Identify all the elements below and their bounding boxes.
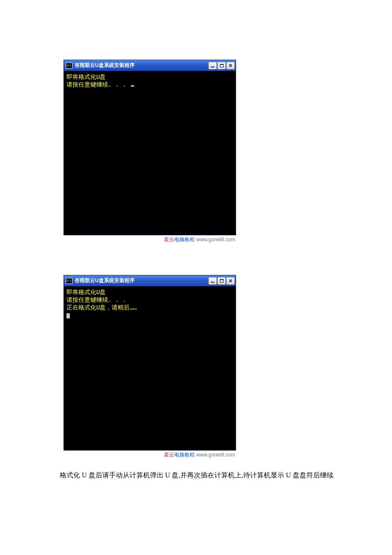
watermark-brand: 电脑教程 — [174, 452, 195, 458]
cursor-icon — [66, 313, 70, 318]
window-title: 杏雨梨云U盘系统安装程序 — [75, 62, 208, 69]
maximize-button[interactable] — [217, 277, 226, 285]
watermark-brand: 电脑教程 — [174, 237, 195, 243]
console-line: 即将格式化U盘 — [66, 288, 233, 296]
close-button[interactable]: ✕ — [226, 277, 235, 285]
watermark: 星云电脑教程 www.gonet8.com — [63, 451, 236, 459]
document-page: C:\ 杏雨梨云U盘系统安装程序 ✕ 即将格式化U盘 请按任意键继续. . . … — [0, 0, 392, 498]
title-bar: C:\ 杏雨梨云U盘系统安装程序 ✕ — [64, 60, 236, 71]
console-line: 正在格式化U盘，请稍后…… — [66, 304, 233, 311]
close-button[interactable]: ✕ — [226, 62, 235, 69]
instruction-text: 格式化 U 盘后请手动从计算机弹出 U 盘,并再次插在计算机上,待计算机显示 U… — [60, 470, 337, 481]
watermark-brand: 星云 — [164, 452, 174, 458]
minimize-button[interactable] — [208, 277, 217, 285]
console-line: 请按任意键继续. . . — [66, 81, 233, 88]
window-title: 杏雨梨云U盘系统安装程序 — [75, 277, 208, 284]
watermark-url: www.gonet8.com — [196, 237, 235, 243]
cmd-icon: C:\ — [66, 63, 72, 69]
watermark-url: www.gonet8.com — [196, 452, 235, 458]
minimize-button[interactable] — [208, 62, 217, 69]
console-output: 即将格式化U盘 请按任意键继续. . . 正在格式化U盘，请稍后…… — [64, 286, 236, 450]
watermark-brand: 星云 — [164, 237, 174, 243]
maximize-button[interactable] — [217, 62, 226, 69]
console-output: 即将格式化U盘 请按任意键继续. . . — [64, 71, 236, 235]
spacer — [0, 243, 392, 275]
console-window-1: C:\ 杏雨梨云U盘系统安装程序 ✕ 即将格式化U盘 请按任意键继续. . . — [63, 60, 236, 235]
window-controls: ✕ — [208, 277, 235, 285]
window-controls: ✕ — [208, 62, 235, 69]
title-bar: C:\ 杏雨梨云U盘系统安装程序 ✕ — [64, 275, 236, 286]
console-line — [66, 311, 233, 319]
cursor-icon — [131, 85, 134, 87]
watermark: 星云电脑教程 www.gonet8.com — [63, 235, 236, 243]
cmd-icon: C:\ — [66, 278, 72, 284]
console-line: 即将格式化U盘 — [66, 73, 233, 81]
console-line: 请按任意键继续. . . — [66, 296, 233, 304]
console-window-2: C:\ 杏雨梨云U盘系统安装程序 ✕ 即将格式化U盘 请按任意键继续. . . … — [63, 275, 236, 451]
